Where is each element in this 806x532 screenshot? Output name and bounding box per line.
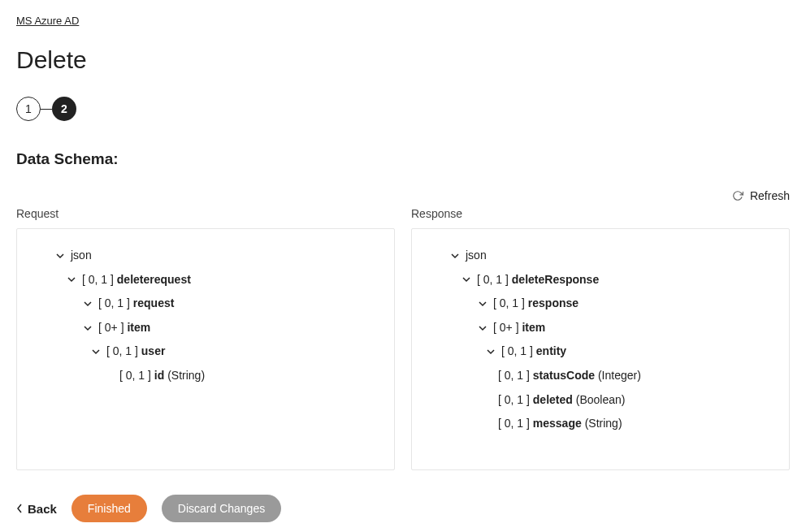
chevron-left-icon (16, 504, 23, 513)
node-name: request (133, 296, 175, 312)
chevron-down-icon[interactable] (90, 348, 102, 356)
tree-node-label: json (466, 248, 487, 264)
tree-json-root[interactable]: json (30, 244, 381, 268)
tree-json-root[interactable]: json (425, 244, 776, 268)
back-button[interactable]: Back (16, 502, 57, 516)
node-name: entity (536, 344, 566, 360)
chevron-down-icon[interactable] (485, 348, 496, 356)
back-label: Back (28, 502, 57, 516)
chevron-down-icon[interactable] (66, 275, 77, 283)
cardinality: [ 0, 1 ] (498, 392, 530, 409)
cardinality: [ 0, 1 ] (477, 272, 509, 288)
cardinality: [ 0+ ] (98, 320, 124, 336)
tree-node-item[interactable]: [ 0+ ] item (30, 316, 381, 340)
tree-node-response[interactable]: [ 0, 1 ] response (425, 292, 776, 316)
refresh-button[interactable]: Refresh (16, 189, 790, 202)
node-name: deleted (533, 392, 573, 409)
tree-leaf-statuscode[interactable]: [ 0, 1 ] statusCode (Integer) (425, 364, 776, 388)
node-name: deleterequest (117, 272, 191, 288)
node-name: user (141, 344, 166, 360)
stepper: 1 2 (16, 97, 790, 121)
node-name: item (522, 320, 545, 336)
refresh-label: Refresh (750, 189, 790, 202)
tree-node-deleteresponse[interactable]: [ 0, 1 ] deleteResponse (425, 268, 776, 292)
refresh-icon (732, 190, 743, 201)
tree-leaf-id[interactable]: [ 0, 1 ] id (String) (30, 364, 381, 388)
tree-node-entity[interactable]: [ 0, 1 ] entity (425, 340, 776, 364)
chevron-down-icon[interactable] (82, 324, 93, 332)
cardinality: [ 0, 1 ] (82, 272, 114, 288)
request-panel: json [ 0, 1 ] deleterequest [ 0, 1 ] req… (16, 228, 395, 470)
node-name: response (528, 296, 578, 312)
node-type: (Integer) (598, 368, 641, 384)
cardinality: [ 0, 1 ] (119, 368, 151, 384)
tree-node-request[interactable]: [ 0, 1 ] request (30, 292, 381, 316)
page-title: Delete (16, 46, 790, 74)
chevron-down-icon[interactable] (449, 252, 461, 260)
chevron-down-icon[interactable] (477, 300, 488, 308)
step-1[interactable]: 1 (16, 97, 41, 121)
tree-leaf-deleted[interactable]: [ 0, 1 ] deleted (Boolean) (425, 388, 776, 413)
step-connector (41, 109, 52, 110)
cardinality: [ 0, 1 ] (106, 344, 138, 360)
chevron-down-icon[interactable] (82, 300, 93, 308)
node-type: (String) (585, 416, 622, 432)
response-panel: json [ 0, 1 ] deleteResponse [ 0, 1 ] re… (411, 228, 790, 470)
step-2[interactable]: 2 (52, 97, 76, 121)
request-label: Request (16, 207, 395, 220)
node-name: deleteResponse (512, 272, 599, 288)
cardinality: [ 0, 1 ] (501, 344, 533, 360)
response-label: Response (411, 207, 790, 220)
chevron-down-icon[interactable] (477, 324, 488, 332)
tree-leaf-message[interactable]: [ 0, 1 ] message (String) (425, 412, 776, 436)
cardinality: [ 0, 1 ] (98, 296, 130, 312)
tree-node-deleterequest[interactable]: [ 0, 1 ] deleterequest (30, 268, 381, 292)
chevron-down-icon[interactable] (461, 275, 472, 283)
cardinality: [ 0, 1 ] (493, 296, 525, 312)
node-name: id (154, 368, 164, 384)
cardinality: [ 0, 1 ] (498, 416, 530, 432)
cardinality: [ 0+ ] (493, 320, 519, 336)
section-title: Data Schema: (16, 150, 790, 168)
discard-changes-button[interactable]: Discard Changes (162, 495, 281, 522)
node-name: item (127, 320, 150, 336)
node-type: (Boolean) (576, 392, 626, 409)
chevron-down-icon[interactable] (54, 252, 66, 260)
tree-node-label: json (71, 248, 92, 264)
tree-node-user[interactable]: [ 0, 1 ] user (30, 340, 381, 364)
node-name: message (533, 416, 582, 432)
node-type: (String) (167, 368, 205, 384)
cardinality: [ 0, 1 ] (498, 368, 530, 384)
tree-node-item[interactable]: [ 0+ ] item (425, 316, 776, 340)
breadcrumb-link[interactable]: MS Azure AD (16, 15, 79, 27)
finished-button[interactable]: Finished (72, 495, 147, 522)
node-name: statusCode (533, 368, 595, 384)
